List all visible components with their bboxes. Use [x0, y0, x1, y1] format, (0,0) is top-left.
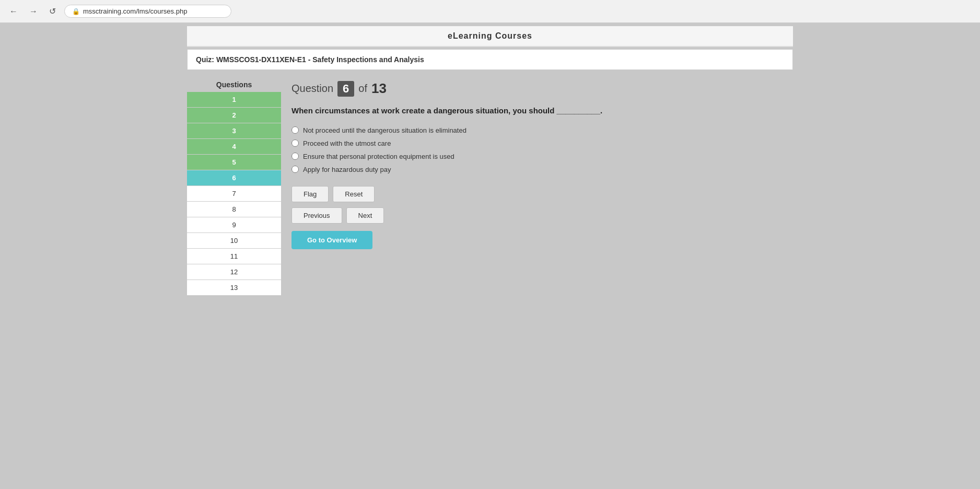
question-list-item[interactable]: 10: [187, 233, 281, 249]
page-wrapper: eLearning Courses Quiz: WMSSCOS1-DX11XEN…: [177, 26, 803, 489]
question-list-item[interactable]: 6: [187, 170, 281, 186]
next-button[interactable]: Next: [346, 207, 384, 224]
answer-radio[interactable]: [291, 139, 299, 147]
questions-sidebar: Questions 12345678910111213: [187, 80, 281, 296]
url-bar[interactable]: 🔒 mssctraining.com/lms/courses.php: [64, 5, 231, 18]
answer-text: Apply for hazardous duty pay: [303, 166, 391, 173]
elearning-title: eLearning Courses: [187, 31, 793, 41]
answer-option[interactable]: Ensure that personal protection equipmen…: [291, 153, 793, 160]
question-text: When circumstances at work create a dang…: [291, 105, 793, 117]
question-current-number: 6: [337, 81, 354, 97]
answer-text: Not proceed until the dangerous situatio…: [303, 126, 466, 134]
question-panel: Question 6 of 13 When circumstances at w…: [291, 80, 793, 296]
reset-button[interactable]: Reset: [333, 186, 375, 202]
question-list-item[interactable]: 11: [187, 249, 281, 264]
question-list-item[interactable]: 2: [187, 108, 281, 123]
question-list: 12345678910111213: [187, 92, 281, 296]
url-icon: 🔒: [72, 8, 80, 15]
question-list-item[interactable]: 12: [187, 264, 281, 280]
question-total-number: 13: [371, 80, 387, 97]
answer-radio[interactable]: [291, 153, 299, 160]
answer-options: Not proceed until the dangerous situatio…: [291, 126, 793, 173]
browser-chrome: ← → ↺ 🔒 mssctraining.com/lms/courses.php: [0, 0, 980, 23]
flag-button[interactable]: Flag: [291, 186, 329, 202]
question-list-item[interactable]: 1: [187, 92, 281, 108]
answer-text: Ensure that personal protection equipmen…: [303, 153, 454, 160]
refresh-button[interactable]: ↺: [46, 4, 59, 18]
previous-button[interactable]: Previous: [291, 207, 342, 224]
question-label: Question: [291, 83, 333, 95]
answer-option[interactable]: Not proceed until the dangerous situatio…: [291, 126, 793, 134]
answer-radio[interactable]: [291, 126, 299, 134]
question-list-item[interactable]: 3: [187, 123, 281, 139]
answer-option[interactable]: Apply for hazardous duty pay: [291, 166, 793, 173]
answer-option[interactable]: Proceed with the utmost care: [291, 139, 793, 147]
question-list-item[interactable]: 8: [187, 202, 281, 217]
question-list-item[interactable]: 7: [187, 186, 281, 202]
prev-next-row: Previous Next: [291, 207, 793, 224]
forward-button[interactable]: →: [26, 5, 41, 18]
main-content: Questions 12345678910111213 Question 6 o…: [187, 80, 793, 317]
question-list-item[interactable]: 4: [187, 139, 281, 155]
back-button[interactable]: ←: [6, 5, 21, 18]
question-of-text: of: [358, 83, 367, 95]
page-header: eLearning Courses: [187, 26, 793, 47]
flag-reset-row: Flag Reset: [291, 186, 793, 202]
question-list-item[interactable]: 13: [187, 280, 281, 296]
answer-text: Proceed with the utmost care: [303, 139, 391, 147]
quiz-title: Quiz: WMSSCOS1-DX11XEN-E1 - Safety Inspe…: [196, 55, 424, 64]
go-to-overview-button[interactable]: Go to Overview: [291, 231, 372, 249]
question-list-item[interactable]: 5: [187, 155, 281, 170]
quiz-bar: Quiz: WMSSCOS1-DX11XEN-E1 - Safety Inspe…: [187, 49, 793, 70]
question-list-item[interactable]: 9: [187, 217, 281, 233]
answer-radio[interactable]: [291, 166, 299, 173]
question-counter: Question 6 of 13: [291, 80, 793, 97]
url-text: mssctraining.com/lms/courses.php: [83, 7, 187, 15]
sidebar-header: Questions: [187, 80, 281, 89]
